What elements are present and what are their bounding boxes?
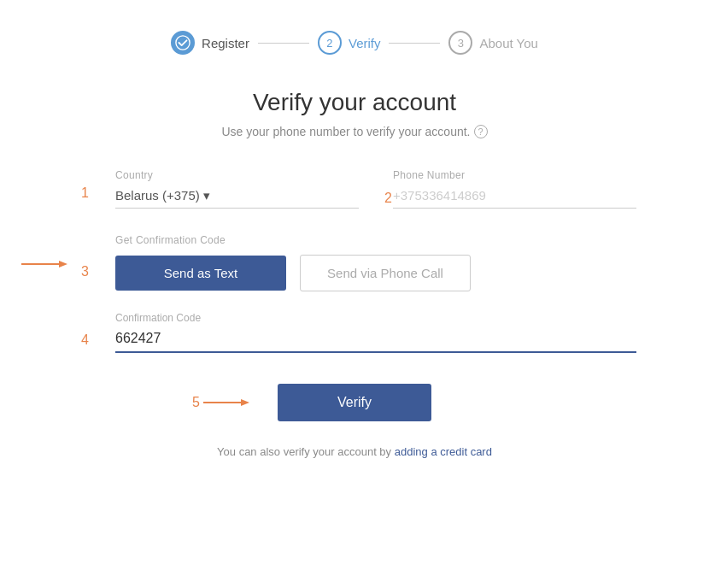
- credit-card-link[interactable]: adding a credit card: [395, 445, 492, 458]
- step-verify-label: Verify: [349, 36, 381, 50]
- step-number-4: 4: [81, 332, 89, 348]
- step-verify-circle: 2: [318, 31, 342, 55]
- country-phone-row: 1 Country Belarus (+375) ▾ 2 Phone Numbe…: [73, 169, 636, 209]
- step-register-circle: [171, 31, 195, 55]
- step-about: 3 About You: [448, 31, 537, 55]
- step-number-1: 1: [81, 185, 89, 201]
- step-verify: 2 Verify: [318, 31, 381, 55]
- phone-label: Phone Number: [393, 169, 636, 181]
- form-section: 1 Country Belarus (+375) ▾ 2 Phone Numbe…: [73, 169, 636, 445]
- main-content: Verify your account Use your phone numbe…: [56, 89, 653, 458]
- subtitle-text: Use your phone number to verify your acc…: [221, 125, 470, 138]
- footer-static-text: You can also verify your account by: [217, 445, 391, 458]
- step-about-label: About You: [479, 36, 537, 50]
- phone-input[interactable]: [393, 185, 636, 209]
- step-number-5: 5: [192, 395, 200, 410]
- step-register: Register: [171, 31, 249, 55]
- confirm-input[interactable]: [115, 327, 636, 353]
- phone-group: Phone Number: [393, 169, 636, 209]
- country-group: Country Belarus (+375) ▾: [115, 169, 359, 209]
- svg-marker-4: [241, 399, 249, 406]
- footer-text: You can also verify your account by addi…: [217, 445, 492, 458]
- step-register-label: Register: [202, 36, 249, 50]
- arrow-5-group: 5: [192, 395, 250, 410]
- step-number-2: 2: [384, 191, 392, 206]
- info-icon[interactable]: ?: [474, 125, 488, 138]
- step-number-3: 3: [81, 264, 89, 279]
- confirm-section: 4 Confirmation Code: [73, 312, 636, 353]
- arrow-3: [21, 258, 68, 270]
- step-about-circle: 3: [448, 31, 472, 55]
- verify-section: 5 Verify: [73, 384, 636, 421]
- code-buttons: Send as Text Send via Phone Call: [115, 255, 636, 291]
- send-text-button[interactable]: Send as Text: [115, 256, 286, 291]
- stepper: Register 2 Verify 3 About You: [171, 31, 538, 55]
- page-subtitle: Use your phone number to verify your acc…: [221, 125, 487, 138]
- verify-button[interactable]: Verify: [278, 384, 431, 421]
- get-code-label: Get Confirmation Code: [115, 234, 636, 246]
- step-line-2: [389, 43, 440, 44]
- step-line-1: [258, 43, 309, 44]
- country-select[interactable]: Belarus (+375) ▾: [115, 185, 359, 209]
- get-code-section: 3 Get Confirmation Code Send as Text Sen…: [73, 234, 636, 291]
- country-label: Country: [115, 169, 359, 181]
- svg-point-0: [176, 36, 190, 50]
- page-title: Verify your account: [253, 89, 456, 116]
- confirm-label: Confirmation Code: [115, 312, 636, 324]
- send-phone-button[interactable]: Send via Phone Call: [300, 255, 471, 291]
- svg-marker-2: [59, 261, 67, 268]
